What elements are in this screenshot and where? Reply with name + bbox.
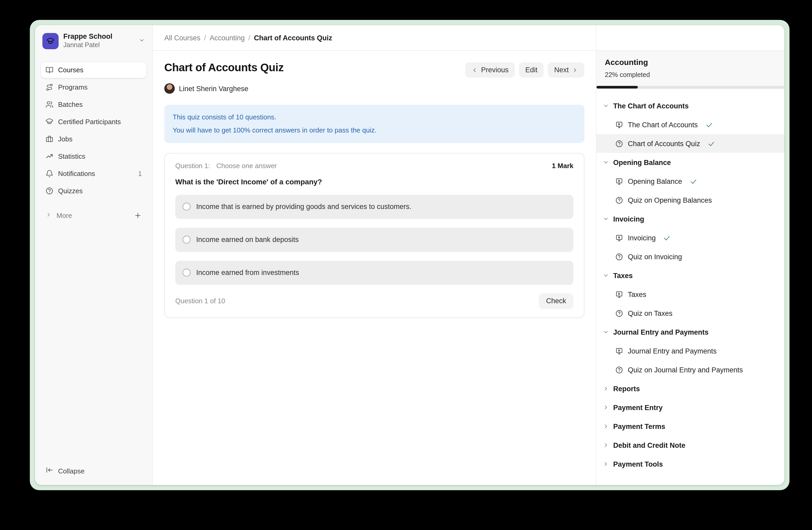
outline-lesson[interactable]: Journal Entry and Payments: [596, 341, 784, 360]
author-row: Linet Sherin Varghese: [164, 83, 584, 94]
breadcrumb-course[interactable]: Accounting: [210, 34, 245, 42]
edit-button[interactable]: Edit: [519, 62, 544, 78]
outline-section-title: Payment Tools: [613, 460, 663, 468]
sidebar-item-label: Quizzes: [58, 187, 83, 195]
outline-lesson[interactable]: The Chart of Accounts: [596, 115, 784, 134]
outline-section-debit-credit-note[interactable]: Debit and Credit Note: [596, 436, 784, 455]
monitor-play-icon: [615, 290, 623, 298]
outline-quiz-active[interactable]: Chart of Accounts Quiz: [596, 134, 784, 153]
route-icon: [45, 83, 53, 91]
chevron-left-icon: [472, 67, 478, 73]
previous-button[interactable]: Previous: [465, 62, 515, 78]
outline-item-label: The Chart of Accounts: [628, 121, 698, 128]
question-label: Question 1:: [175, 162, 210, 169]
sidebar-item-jobs[interactable]: Jobs: [41, 131, 146, 147]
outline-item-label: Quiz on Invoicing: [628, 253, 682, 261]
outline-section-title: Invoicing: [613, 215, 644, 223]
sidebar-item-label: Batches: [58, 100, 83, 108]
outline-section-title: Journal Entry and Payments: [613, 328, 709, 336]
outline-quiz[interactable]: Quiz on Taxes: [596, 304, 784, 323]
graduation-cap-icon: [45, 118, 53, 126]
radio-button-icon[interactable]: [183, 203, 190, 211]
outline-lesson[interactable]: Taxes: [596, 285, 784, 304]
outline-quiz[interactable]: Quiz on Opening Balances: [596, 191, 784, 209]
radio-button-icon[interactable]: [183, 236, 190, 243]
sidebar-item-quizzes[interactable]: Quizzes: [41, 183, 146, 199]
left-sidebar: Frappe School Jannat Patel Courses: [35, 25, 153, 485]
outline-section-invoicing[interactable]: Invoicing: [596, 209, 784, 228]
outline-item-label: Taxes: [628, 290, 647, 298]
help-circle-icon: [615, 253, 623, 261]
outline-lesson[interactable]: Invoicing: [596, 228, 784, 247]
outline-quiz[interactable]: Quiz on Invoicing: [596, 247, 784, 266]
help-circle-icon: [615, 140, 623, 148]
sidebar-item-statistics[interactable]: Statistics: [41, 149, 146, 164]
quiz-actions: Previous Edit Next: [465, 62, 584, 78]
course-progress-track: [596, 86, 784, 88]
quiz-notice: This quiz consists of 10 questions. You …: [164, 105, 584, 143]
next-button-label: Next: [554, 66, 569, 74]
chevron-right-icon: [572, 67, 578, 73]
chevron-down-icon: [603, 159, 609, 166]
chevron-right-icon: [603, 442, 609, 448]
course-outline-sidebar: Accounting 22% completed The Chart of Ac…: [596, 25, 784, 485]
answer-option[interactable]: Income that is earned by providing goods…: [175, 195, 574, 219]
outline-section-payment-entry[interactable]: Payment Entry: [596, 398, 784, 417]
outline-item-label: Invoicing: [628, 234, 656, 242]
check-icon: [707, 140, 715, 148]
breadcrumb-bar: All Courses / Accounting / Chart of Acco…: [153, 25, 596, 51]
sidebar-item-label: Programs: [58, 83, 88, 91]
outline-topbar-spacer: [596, 25, 784, 51]
sidebar-item-certified-participants[interactable]: Certified Participants: [41, 114, 146, 130]
desktop-background: Frappe School Jannat Patel Courses: [0, 0, 812, 530]
radio-button-icon[interactable]: [183, 269, 190, 277]
outline-section-title: Payment Terms: [613, 422, 665, 430]
sidebar-item-notifications[interactable]: Notifications 1: [41, 166, 146, 181]
chevron-right-icon: [45, 212, 52, 220]
help-circle-icon: [615, 366, 623, 374]
chevron-down-icon: [603, 216, 609, 222]
outline-item-label: Quiz on Journal Entry and Payments: [628, 366, 743, 374]
outline-section-chart-of-accounts[interactable]: The Chart of Accounts: [596, 96, 784, 115]
answer-option-label: Income that is earned by providing goods…: [196, 203, 411, 211]
outline-section-payment-tools[interactable]: Payment Tools: [596, 455, 784, 473]
question-header: Question 1: Choose one answer 1 Mark: [175, 162, 574, 169]
sidebar-collapse-button[interactable]: Collapse: [41, 463, 146, 479]
plus-icon[interactable]: [134, 212, 142, 220]
outline-lesson[interactable]: Opening Balance: [596, 172, 784, 191]
outline-section-title: Opening Balance: [613, 158, 671, 166]
outline-item-label: Quiz on Taxes: [628, 309, 672, 317]
sidebar-item-programs[interactable]: Programs: [41, 79, 146, 95]
sidebar-collapse-label: Collapse: [58, 467, 85, 475]
workspace-switcher[interactable]: Frappe School Jannat Patel: [41, 31, 146, 51]
check-button[interactable]: Check: [539, 293, 574, 309]
sidebar-item-courses[interactable]: Courses: [41, 62, 146, 78]
outline-quiz[interactable]: Quiz on Journal Entry and Payments: [596, 360, 784, 379]
next-button[interactable]: Next: [548, 62, 584, 78]
trending-up-icon: [45, 152, 53, 160]
check-icon: [705, 121, 713, 128]
sidebar-item-label: Jobs: [58, 135, 72, 143]
monitor-play-icon: [615, 177, 623, 185]
previous-button-label: Previous: [481, 66, 509, 74]
answer-option[interactable]: Income earned from investments: [175, 261, 574, 285]
answer-option[interactable]: Income earned on bank deposits: [175, 227, 574, 252]
window-frame: Frappe School Jannat Patel Courses: [30, 20, 789, 490]
outline-section-reports[interactable]: Reports: [596, 379, 784, 398]
chevron-right-icon: [603, 461, 609, 467]
sidebar-item-batches[interactable]: Batches: [41, 97, 146, 112]
course-progress-text: 22% completed: [605, 71, 776, 79]
outline-section-payment-terms[interactable]: Payment Terms: [596, 417, 784, 436]
course-title: Accounting: [605, 58, 776, 67]
breadcrumb-separator: /: [204, 34, 206, 42]
breadcrumb-all-courses[interactable]: All Courses: [164, 34, 200, 42]
outline-section-taxes[interactable]: Taxes: [596, 266, 784, 285]
answer-option-label: Income earned from investments: [196, 269, 299, 277]
outline-section-journal-entry[interactable]: Journal Entry and Payments: [596, 323, 784, 341]
outline-section-opening-balance[interactable]: Opening Balance: [596, 153, 784, 172]
answer-option-label: Income earned on bank deposits: [196, 236, 299, 243]
course-outline-list: The Chart of Accounts The Chart of Accou…: [596, 89, 784, 478]
chevron-down-icon: [139, 37, 145, 46]
sidebar-more[interactable]: More: [41, 208, 146, 223]
sidebar-item-label: Certified Participants: [58, 118, 121, 126]
